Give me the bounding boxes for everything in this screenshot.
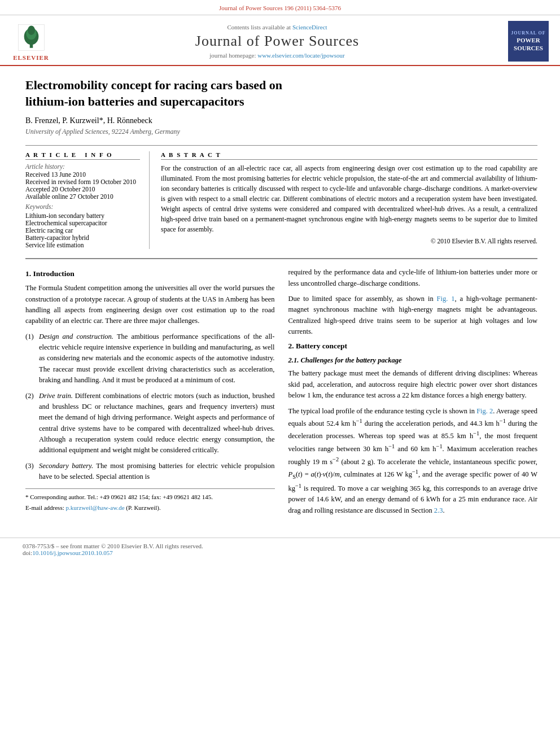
power-sources-badge: JOURNAL OF POWER SOURCES — [508, 21, 549, 62]
fig1-link[interactable]: Fig. 1 — [437, 295, 455, 303]
footnote-corresponding: * Corresponding author. Tel.: +49 09621 … — [25, 492, 275, 502]
footnote-email: E-mail address: p.kurzweil@haw-aw.de (P.… — [25, 503, 275, 513]
journal-homepage: journal homepage: www.elsevier.com/locat… — [51, 52, 504, 59]
citation-link[interactable]: Journal of Power Sources 196 (2011) 5364… — [219, 5, 341, 11]
sciencedirect-line: Contents lists available at ScienceDirec… — [51, 24, 504, 30]
article-content: Electromobility concept for racing cars … — [0, 66, 560, 532]
body-columns: 1. Introduction The Formula Student comp… — [25, 258, 537, 521]
section23-link[interactable]: 2.3 — [434, 506, 443, 514]
right-intro-p2: Due to limited space for assembly, as sh… — [288, 294, 538, 338]
journal-header: ELSEVIER Contents lists available at Sci… — [0, 15, 560, 66]
journal-center: Contents lists available at ScienceDirec… — [51, 24, 504, 59]
fig2-link[interactable]: Fig. 2 — [476, 407, 493, 415]
keywords-label: Keywords: — [25, 203, 140, 210]
battery-section-heading: 2. Battery concept — [288, 342, 538, 351]
svg-point-4 — [28, 25, 35, 34]
list-item-1: (1) Design and construction. The ambitio… — [25, 331, 275, 386]
abstract-copyright: © 2010 Elsevier B.V. All rights reserved… — [161, 238, 537, 244]
received-date: Received 13 June 2010 — [25, 171, 140, 178]
journal-title: Journal of Power Sources — [51, 33, 504, 50]
footer-issn: 0378-7753/$ – see front matter © 2010 El… — [23, 543, 537, 549]
history-label: Article history: — [25, 163, 140, 170]
body-right-column: required by the performance data and cyc… — [288, 267, 538, 521]
keyword-2: Electrochemical supercapacitor — [25, 220, 140, 226]
article-title: Electromobility concept for racing cars … — [25, 77, 537, 110]
body-left-column: 1. Introduction The Formula Student comp… — [25, 267, 275, 521]
battery-p1: The battery package must meet the demand… — [288, 368, 538, 401]
abstract-heading: A B S T R A C T — [161, 151, 537, 160]
journal-logo-right: JOURNAL OF POWER SOURCES — [504, 21, 549, 62]
intro-p1: The Formula Student competition among th… — [25, 283, 275, 327]
available-date: Available online 27 October 2010 — [25, 193, 140, 200]
list-item-3: (3) Secondary battery. The most promisin… — [25, 461, 275, 483]
article-meta-row: A R T I C L E I N F O Article history: R… — [25, 145, 537, 249]
intro-heading: 1. Introduction — [25, 269, 275, 278]
list-item-2: (2) Drive train. Different combinations … — [25, 391, 275, 456]
battery-sub-heading: 2.1. Challenges for the battery package — [288, 356, 538, 365]
sciencedirect-link[interactable]: ScienceDirect — [292, 24, 327, 30]
article-authors: B. Frenzel, P. Kurzweil*, H. Rönnebeck — [25, 116, 537, 125]
footnote-area: * Corresponding author. Tel.: +49 09621 … — [25, 488, 275, 513]
page-footer: 0378-7753/$ – see front matter © 2010 El… — [0, 538, 560, 561]
abstract-text: For the construction of an all-electric … — [161, 163, 537, 234]
article-info-column: A R T I C L E I N F O Article history: R… — [25, 151, 150, 249]
elsevier-logo: ELSEVIER — [11, 22, 51, 61]
article-info-heading: A R T I C L E I N F O — [25, 151, 140, 160]
doi-link[interactable]: 10.1016/j.jpowsour.2010.10.057 — [32, 549, 113, 556]
elsevier-tree-icon — [16, 22, 47, 53]
received-revised-date: Received in revised form 19 October 2010 — [25, 178, 140, 185]
accepted-date: Accepted 20 October 2010 — [25, 186, 140, 193]
right-intro-continued: required by the performance data and cyc… — [288, 267, 538, 289]
battery-p2: The typical load profile of the enduranc… — [288, 406, 538, 517]
footnote-email-link[interactable]: p.kurzweil@haw-aw.de — [65, 504, 124, 511]
citation-bar: Journal of Power Sources 196 (2011) 5364… — [0, 0, 560, 15]
keyword-1: Lithium-ion secondary battery — [25, 212, 140, 219]
elsevier-label: ELSEVIER — [13, 54, 49, 61]
homepage-link[interactable]: www.elsevier.com/locate/jpowsour — [257, 52, 344, 59]
article-affiliation: University of Applied Sciences, 92224 Am… — [25, 128, 537, 136]
keyword-3: Electric racing car — [25, 227, 140, 234]
keywords-list: Lithium-ion secondary battery Electroche… — [25, 212, 140, 248]
footer-doi: doi:10.1016/j.jpowsour.2010.10.057 — [23, 549, 537, 556]
keyword-5: Service life estimation — [25, 242, 140, 248]
keyword-4: Battery-capacitor hybrid — [25, 234, 140, 241]
abstract-column: A B S T R A C T For the construction of … — [161, 151, 537, 249]
